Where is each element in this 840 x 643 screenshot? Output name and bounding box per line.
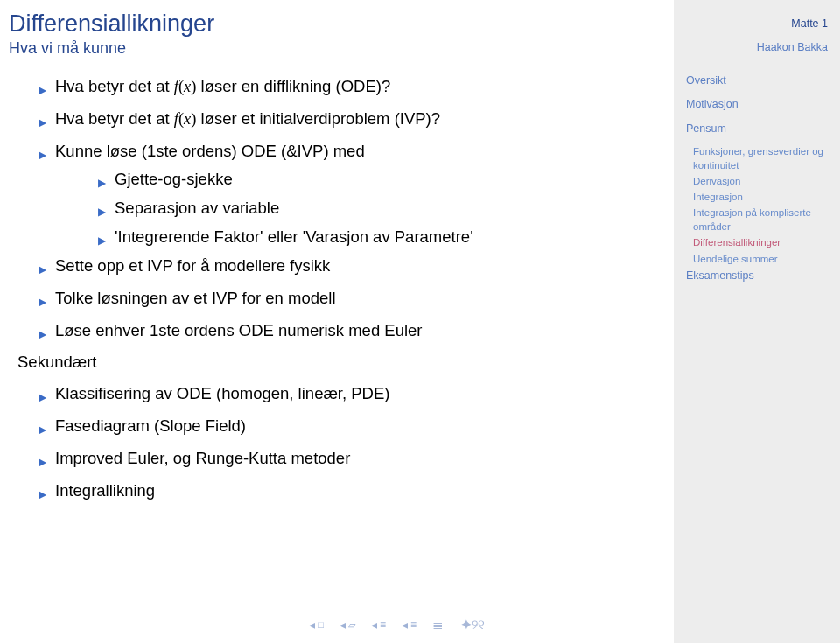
sidebar-subitem[interactable]: Derivasjon <box>693 174 828 188</box>
list-item-text: 'Integrerende Faktor' eller 'Varasjon av… <box>115 226 473 249</box>
secondary-heading: Sekundært <box>9 353 674 372</box>
sidebar-item[interactable]: Eksamenstips <box>686 268 828 284</box>
slide-title: Differensiallikninger <box>9 10 674 38</box>
sidebar-course: Matte 1 <box>686 16 828 32</box>
list-item: ▶Hva betyr det at f(x) løser et initialv… <box>38 108 674 131</box>
list-item: ▶Tolke løsningen av et IVP for en modell <box>38 287 674 311</box>
nav-outline-icon[interactable]: ≣ <box>432 617 445 633</box>
sidebar-subitem[interactable]: Integrasjon <box>693 190 828 204</box>
bullet-marker-icon: ▶ <box>38 390 46 405</box>
sidebar-subitem[interactable]: Integrasjon på kompliserte områder <box>693 206 828 234</box>
bullet-marker-icon: ▶ <box>38 455 46 470</box>
nav-next[interactable]: ◂≡ <box>402 618 416 632</box>
list-item-text: Løse enhver 1ste ordens ODE numerisk med… <box>55 319 674 343</box>
sidebar-subitem[interactable]: Uendelige summer <box>693 252 828 266</box>
sidebar-item[interactable]: Oversikt <box>686 73 828 89</box>
list-item: ▶Improved Euler, og Runge-Kutta metoder <box>38 447 674 471</box>
bullet-marker-icon: ▶ <box>38 115 46 130</box>
bullet-marker-icon: ▶ <box>98 176 106 191</box>
nav-first[interactable]: ◂□ <box>309 618 324 632</box>
primary-bullet-list: ▶Hva betyr det at f(x) løser en difflikn… <box>9 75 674 342</box>
list-item-text: Separasjon av variable <box>115 197 279 220</box>
list-item-text: Integrallikning <box>55 479 674 503</box>
list-item-text: Fasediagram (Slope Field) <box>55 415 674 438</box>
bullet-marker-icon: ▶ <box>38 262 46 277</box>
list-item: ▶Separasjon av variable <box>98 197 674 220</box>
nav-footer: ◂□ ◂▱ ◂≡ ◂≡ ≣ ✦୨୧ <box>309 617 485 633</box>
list-item: ▶Integrallikning <box>38 479 674 503</box>
list-item: ▶Sette opp et IVP for å modellere fysikk <box>38 255 674 278</box>
slide-subtitle: Hva vi må kunne <box>9 39 674 58</box>
bullet-marker-icon: ▶ <box>38 423 46 437</box>
list-item-text: Gjette-og-sjekke <box>115 168 233 192</box>
bullet-marker-icon: ▶ <box>38 487 46 502</box>
bullet-marker-icon: ▶ <box>38 295 46 310</box>
bullet-marker-icon: ▶ <box>38 148 46 163</box>
list-item-text: Klassifisering av ODE (homogen, lineær, … <box>55 382 674 406</box>
bullet-marker-icon: ▶ <box>38 327 46 342</box>
sidebar: Matte 1 Haakon Bakka OversiktMotivasjonP… <box>674 0 840 643</box>
list-item: ▶Klassifisering av ODE (homogen, lineær,… <box>38 382 674 406</box>
sidebar-subitem-active[interactable]: Differensiallikninger <box>693 235 828 249</box>
bullet-marker-icon: ▶ <box>98 205 106 220</box>
list-item: ▶Fasediagram (Slope Field) <box>38 415 674 438</box>
sidebar-subitem[interactable]: Funksjoner, grenseverdier og kontinuitet <box>693 144 828 172</box>
slide-main: Differensiallikninger Hva vi må kunne ▶H… <box>0 0 674 643</box>
list-item: ▶'Integrerende Faktor' eller 'Varasjon a… <box>98 226 674 249</box>
secondary-bullet-list: ▶Klassifisering av ODE (homogen, lineær,… <box>9 382 674 502</box>
nav-prev-section[interactable]: ◂▱ <box>340 618 355 632</box>
nav-cycle-icon[interactable]: ✦୨୧ <box>461 617 485 633</box>
list-item-text: Sette opp et IVP for å modellere fysikk <box>55 255 674 278</box>
bullet-marker-icon: ▶ <box>38 83 46 98</box>
list-item-text: Tolke løsningen av et IVP for en modell <box>55 287 674 311</box>
nav-prev[interactable]: ◂≡ <box>371 618 386 632</box>
sidebar-author: Haakon Bakka <box>686 39 828 56</box>
list-item: ▶Løse enhver 1ste ordens ODE numerisk me… <box>38 319 674 343</box>
list-item-text: Hva betyr det at f(x) løser et initialve… <box>55 108 674 131</box>
sidebar-item[interactable]: Pensum <box>686 121 828 137</box>
list-item: ▶Hva betyr det at f(x) løser en difflikn… <box>38 75 674 99</box>
list-item-text: Hva betyr det at f(x) løser en difflikni… <box>55 75 674 99</box>
list-item: ▶Gjette-og-sjekke <box>98 168 674 192</box>
sidebar-item[interactable]: Motivasjon <box>686 96 828 113</box>
list-item-text: Improved Euler, og Runge-Kutta metoder <box>55 447 674 471</box>
list-item-text: Kunne løse (1ste ordens) ODE (&IVP) med <box>55 140 674 164</box>
list-item: ▶Kunne løse (1ste ordens) ODE (&IVP) med <box>38 140 674 164</box>
sub-bullet-list: ▶Gjette-og-sjekke▶Separasjon av variable… <box>38 168 674 248</box>
bullet-marker-icon: ▶ <box>98 234 106 248</box>
